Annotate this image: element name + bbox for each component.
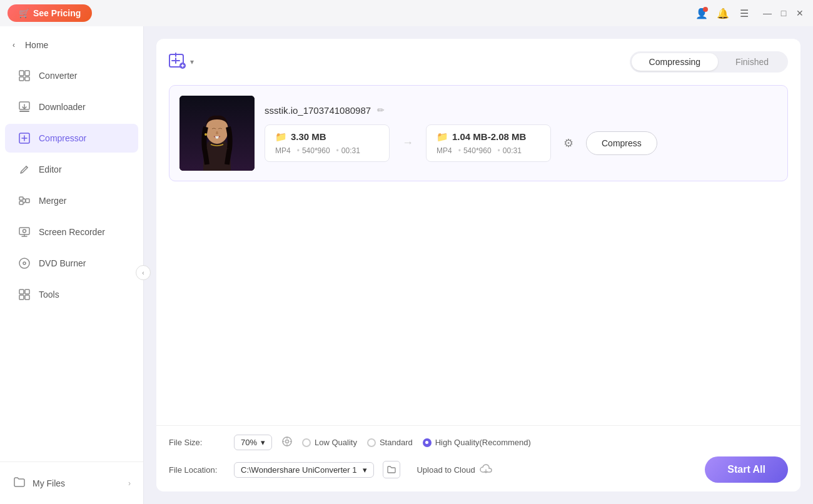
file-item: ssstik.io_1703741080987 ✏ 📁 3.30 MB MP4: [169, 85, 788, 181]
svg-rect-16: [19, 295, 24, 300]
title-bar: 🛒 See Pricing 👤 🔔 ☰ — □ ✕: [0, 0, 813, 26]
location-value: C:\Wondershare UniConverter 1: [241, 465, 356, 475]
quality-high[interactable]: High Quality(Recommend): [423, 438, 531, 447]
sidebar-item-dvd-burner[interactable]: DVD Burner: [5, 249, 138, 278]
radio-low-circle: [302, 438, 311, 447]
file-size-value: 70%: [241, 438, 257, 447]
back-arrow-icon: ‹: [13, 41, 15, 49]
sidebar-item-screen-recorder[interactable]: Screen Recorder: [5, 218, 138, 246]
content-top-bar: ▾ Compressing Finished: [169, 51, 788, 73]
dvd-burner-label: DVD Burner: [39, 258, 86, 268]
see-pricing-button[interactable]: 🛒 See Pricing: [8, 4, 92, 22]
content-card: ▾ Compressing Finished: [156, 39, 800, 491]
svg-rect-7: [19, 197, 23, 200]
converter-label: Converter: [39, 71, 77, 81]
folder-icon-original: 📁: [275, 131, 287, 143]
screen-recorder-icon: [18, 225, 31, 239]
downloader-label: Downloader: [39, 102, 86, 112]
tools-icon: [18, 288, 31, 301]
close-button[interactable]: ✕: [794, 8, 805, 19]
home-label: Home: [25, 40, 48, 50]
maximize-button[interactable]: □: [778, 8, 789, 19]
file-location-row: File Location: C:\Wondershare UniConvert…: [169, 456, 788, 483]
my-files-label: My Files: [33, 478, 65, 488]
radio-high-circle: [423, 438, 432, 447]
location-dropdown-icon: ▾: [363, 465, 367, 475]
svg-point-11: [23, 229, 26, 233]
original-meta: MP4 540*960 00:31: [275, 146, 379, 155]
cart-icon: 🛒: [19, 8, 29, 18]
svg-rect-15: [25, 290, 29, 294]
arrow-right-icon: →: [402, 136, 413, 149]
sidebar-item-merger[interactable]: Merger: [5, 186, 138, 215]
minimize-button[interactable]: —: [762, 8, 773, 19]
svg-point-23: [205, 133, 207, 136]
sidebar-item-tools[interactable]: Tools: [5, 280, 138, 309]
sidebar-item-my-files[interactable]: My Files ›: [0, 468, 143, 498]
sidebar-item-converter[interactable]: Converter: [5, 61, 138, 90]
svg-rect-0: [19, 71, 24, 76]
start-all-button[interactable]: Start All: [705, 456, 788, 483]
quality-low[interactable]: Low Quality: [302, 438, 357, 447]
svg-rect-2: [19, 77, 24, 81]
sidebar-bottom: My Files ›: [0, 461, 143, 498]
upload-cloud-button[interactable]: Upload to Cloud: [417, 463, 492, 476]
compression-settings-icon[interactable]: ⚙: [563, 136, 573, 150]
folder-icon-target: 📁: [437, 131, 448, 143]
file-size-row: File Size: 70% ▾: [169, 435, 788, 450]
collapse-sidebar-button[interactable]: ‹: [136, 265, 151, 280]
file-size-select[interactable]: 70% ▾: [234, 435, 272, 450]
content-spacer: [169, 181, 788, 425]
downloader-icon: [18, 100, 31, 114]
svg-rect-14: [19, 290, 24, 294]
target-spec-box: 📁 1.04 MB-2.08 MB MP4 540*960 00:31: [426, 124, 551, 162]
cloud-icon: [479, 463, 493, 476]
sidebar-item-downloader[interactable]: Downloader: [5, 93, 138, 121]
bottom-controls: File Size: 70% ▾: [156, 425, 800, 491]
dvd-burner-icon: [18, 256, 31, 270]
compress-button[interactable]: Compress: [586, 131, 657, 155]
svg-rect-17: [25, 295, 29, 300]
file-specs-row: 📁 3.30 MB MP4 540*960 00:31 →: [265, 124, 777, 162]
bell-icon[interactable]: 🔔: [715, 6, 730, 21]
quality-standard[interactable]: Standard: [367, 438, 413, 447]
original-spec-box: 📁 3.30 MB MP4 540*960 00:31: [265, 124, 390, 162]
compressor-label: Compressor: [39, 133, 86, 143]
edit-filename-icon[interactable]: ✏: [377, 105, 385, 115]
add-file-icon: [169, 52, 186, 73]
title-bar-icons: 👤 🔔 ☰: [694, 6, 752, 21]
target-meta: MP4 540*960 00:31: [437, 146, 540, 155]
sidebar-item-compressor[interactable]: Compressor: [5, 124, 138, 153]
menu-icon[interactable]: ☰: [737, 6, 752, 21]
tab-finished[interactable]: Finished: [718, 53, 786, 71]
file-location-select[interactable]: C:\Wondershare UniConverter 1 ▾: [234, 462, 374, 478]
sidebar-item-editor[interactable]: Editor: [5, 155, 138, 184]
svg-rect-9: [26, 199, 29, 203]
svg-rect-10: [19, 228, 29, 234]
svg-rect-1: [25, 71, 29, 76]
file-info: ssstik.io_1703741080987 ✏ 📁 3.30 MB MP4: [265, 105, 777, 162]
window-controls: — □ ✕: [762, 8, 805, 19]
svg-point-12: [19, 258, 29, 268]
merger-icon: [18, 194, 31, 208]
tools-label: Tools: [39, 290, 59, 300]
app-body: ‹ Home Converter Do: [0, 26, 813, 504]
sidebar-item-home[interactable]: ‹ Home: [0, 33, 143, 58]
svg-rect-8: [19, 201, 23, 204]
editor-label: Editor: [39, 164, 62, 174]
file-name: ssstik.io_1703741080987: [265, 105, 371, 116]
screen-recorder-label: Screen Recorder: [39, 227, 105, 237]
user-icon[interactable]: 👤: [694, 6, 709, 21]
size-settings-icon[interactable]: [281, 435, 293, 450]
upload-cloud-label: Upload to Cloud: [417, 465, 475, 475]
merger-label: Merger: [39, 196, 66, 206]
svg-rect-5: [19, 111, 29, 112]
tab-compressing[interactable]: Compressing: [632, 53, 718, 71]
add-file-button[interactable]: ▾: [169, 52, 194, 73]
quality-standard-label: Standard: [380, 438, 413, 447]
size-select-dropdown-icon: ▾: [261, 438, 265, 447]
main-content: ▾ Compressing Finished: [144, 26, 813, 504]
my-files-arrow-icon: ›: [128, 479, 131, 488]
browse-folder-button[interactable]: [383, 461, 400, 478]
svg-point-13: [23, 262, 26, 265]
